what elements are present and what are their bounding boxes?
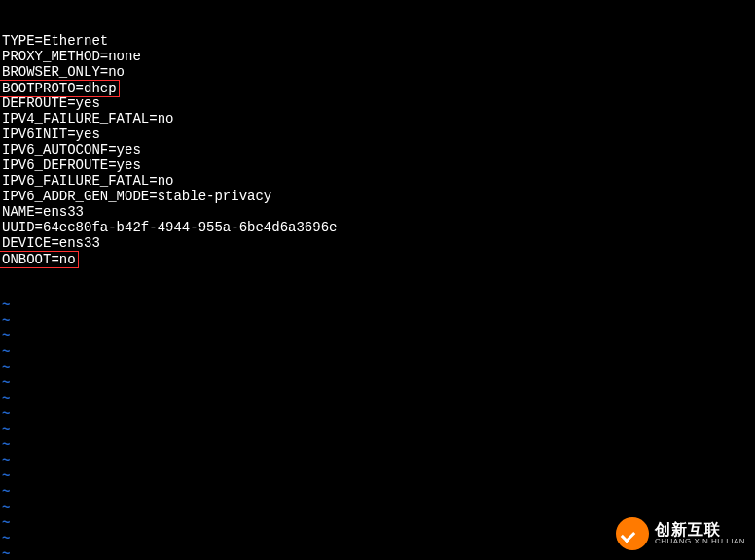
config-line: DEFROUTE=yes <box>2 95 753 111</box>
config-line: BOOTPROTO=dhcp <box>2 80 753 95</box>
vim-tilde-line: ~ <box>2 500 753 515</box>
logo-text: 创新互联 CHUANG XIN HU LIAN <box>655 522 745 545</box>
config-line: UUID=64ec80fa-b42f-4944-955a-6be4d6a3696… <box>2 220 753 235</box>
vim-tilde-line: ~ <box>2 375 753 391</box>
logo-badge-icon <box>616 517 649 550</box>
vim-tilde-line: ~ <box>2 469 753 484</box>
terminal-editor[interactable]: TYPE=EthernetPROXY_METHOD=noneBROWSER_ON… <box>0 0 755 560</box>
config-line: NAME=ens33 <box>2 204 753 220</box>
config-line: BROWSER_ONLY=no <box>2 64 753 80</box>
vim-tilde-line: ~ <box>2 422 753 438</box>
vim-tilde-line: ~ <box>2 391 753 406</box>
config-line: DEVICE=ens33 <box>2 235 753 251</box>
config-line: ONBOOT=no <box>2 251 753 266</box>
vim-tilde-line: ~ <box>2 438 753 453</box>
file-content: TYPE=EthernetPROXY_METHOD=noneBROWSER_ON… <box>2 33 753 266</box>
config-line: PROXY_METHOD=none <box>2 49 753 64</box>
vim-tilde-line: ~ <box>2 453 753 469</box>
watermark-logo: 创新互联 CHUANG XIN HU LIAN <box>616 517 745 550</box>
config-line: IPV6_ADDR_GEN_MODE=stable-privacy <box>2 189 753 204</box>
vim-tilde-line: ~ <box>2 360 753 375</box>
config-line: TYPE=Ethernet <box>2 33 753 49</box>
logo-en-text: CHUANG XIN HU LIAN <box>655 538 745 545</box>
config-line: IPV6_FAILURE_FATAL=no <box>2 173 753 189</box>
vim-tilde-line: ~ <box>2 329 753 344</box>
vim-tilde-line: ~ <box>2 484 753 500</box>
highlighted-config-line: ONBOOT=no <box>0 251 79 268</box>
vim-tilde-line: ~ <box>2 313 753 329</box>
config-line: IPV4_FAILURE_FATAL=no <box>2 111 753 126</box>
vim-tilde-line: ~ <box>2 298 753 313</box>
config-line: IPV6INIT=yes <box>2 126 753 142</box>
config-line: IPV6_DEFROUTE=yes <box>2 158 753 173</box>
vim-tilde-line: ~ <box>2 344 753 360</box>
vim-tilde-line: ~ <box>2 406 753 422</box>
logo-cn-text: 创新互联 <box>655 522 745 538</box>
config-line: IPV6_AUTOCONF=yes <box>2 142 753 158</box>
